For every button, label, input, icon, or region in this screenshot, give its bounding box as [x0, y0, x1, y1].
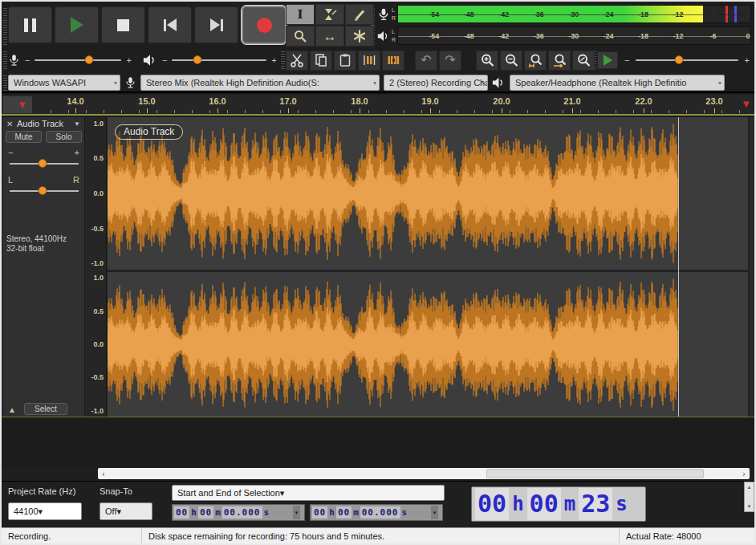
recording-volume-thumb[interactable] [85, 55, 94, 64]
toolbar-grip[interactable] [3, 75, 7, 91]
select-track-button[interactable]: Select [24, 403, 67, 415]
audio-position-display[interactable]: 00h00m23s [471, 486, 646, 522]
playback-speed-slider[interactable] [636, 59, 738, 61]
chevron-down-icon: ▾ [39, 506, 43, 517]
play-at-speed-button[interactable] [597, 51, 618, 69]
multi-tool-button[interactable] [345, 26, 374, 47]
gain-slider[interactable] [10, 163, 79, 165]
selection-start-field[interactable]: 00h00m00.000s [172, 504, 305, 521]
mute-button[interactable]: Mute [6, 131, 42, 143]
playback-speed-thumb[interactable] [674, 55, 683, 64]
spin-up-icon[interactable]: ▴ [748, 484, 751, 490]
scroll-left-icon[interactable]: ‹ [98, 470, 109, 478]
scrollbar-thumb[interactable] [486, 469, 703, 478]
skip-to-start-button[interactable] [148, 6, 192, 43]
gain-plus-label: + [75, 148, 79, 157]
playback-meter-bar[interactable]: -54-48-42-36-30-24-18-12-60 [397, 26, 751, 45]
meter-toolbar: L R -54-48-42-36-30-24-18-12-60 L R [377, 4, 751, 46]
draw-tool-button[interactable] [345, 4, 374, 25]
horizontal-scrollbar[interactable]: ‹ › [98, 468, 750, 479]
waveform-area[interactable]: Audio Track [108, 117, 748, 417]
recording-cursor [678, 117, 679, 417]
audacity-window: I ↔ [0, 0, 756, 545]
timeline-ruler[interactable]: ▼ 14.015.016.017.018.019.020.021.022.023… [2, 95, 754, 116]
toolbar-grip[interactable] [281, 51, 285, 69]
selection-end-field[interactable]: 00h00m00.000s [310, 504, 443, 521]
audio-position-spinner[interactable]: ▴ ▾ [744, 482, 754, 512]
playback-meter[interactable]: L R -54-48-42-36-30-24-18-12-60 [377, 26, 751, 46]
timeline-pin-right[interactable]: ▼ [741, 96, 751, 111]
zoom-out-button[interactable] [500, 51, 522, 71]
minus-label: − [162, 55, 167, 65]
track-name-label[interactable]: Audio Track [17, 119, 63, 128]
redo-button[interactable]: ↷ [439, 51, 461, 71]
copy-button[interactable] [310, 51, 332, 71]
recording-channels-value: 2 (Stereo) Recording Chann [389, 78, 488, 87]
zoom-tool-button[interactable] [286, 26, 315, 47]
close-track-icon[interactable]: ✕ [6, 120, 13, 128]
recording-meter-bar[interactable]: -54-48-42-36-30-24-18-12-60 [397, 5, 751, 23]
trim-audio-button[interactable] [358, 51, 380, 71]
spinner-icon[interactable]: ▾ [293, 506, 300, 519]
skip-to-end-icon [210, 18, 223, 31]
recording-device-value: Stereo Mix (Realtek High Definition Audi… [146, 78, 319, 87]
playback-volume-thumb[interactable] [193, 55, 202, 64]
track-bitdepth-label: 32-bit float [6, 244, 44, 253]
track-name-badge: Audio Track [115, 124, 183, 140]
recording-volume-slider[interactable] [35, 59, 121, 61]
record-button[interactable] [241, 5, 287, 45]
pan-slider[interactable] [10, 190, 79, 192]
recording-device-select[interactable]: Stereo Mix (Realtek High Definition Audi… [140, 75, 380, 91]
skip-to-end-button[interactable] [194, 6, 238, 43]
play-button[interactable] [55, 6, 99, 43]
zoom-toggle-button[interactable] [572, 51, 595, 71]
mixer-toolbar: − + − + [8, 50, 279, 71]
disk-space-message: Disk space remaining for recording: 75 h… [142, 528, 620, 543]
multi-tool-icon [352, 29, 367, 43]
zoom-in-icon [480, 53, 495, 68]
pan-thumb[interactable] [39, 186, 47, 195]
project-rate-select[interactable]: 44100 ▾ [8, 502, 82, 520]
selection-mode-select[interactable]: Start and End of Selection ▾ [172, 485, 445, 501]
audio-host-select[interactable]: Windows WASAPI ▾ [8, 75, 120, 91]
toolbar-grip[interactable] [3, 51, 7, 69]
selection-tool-button[interactable]: I [286, 4, 315, 25]
spin-down-icon[interactable]: ▾ [748, 503, 751, 510]
project-rate-value: 44100 [14, 506, 39, 516]
silence-audio-button[interactable] [382, 51, 404, 71]
paste-button[interactable] [334, 51, 356, 71]
timeshift-tool-button[interactable]: ↔ [315, 26, 344, 47]
collapse-track-icon[interactable]: ▲ [8, 405, 16, 414]
pause-icon [24, 18, 36, 32]
scrollbar-track[interactable] [109, 468, 738, 479]
track-menu-icon[interactable]: ▼ [74, 120, 80, 128]
gain-thumb[interactable] [39, 159, 47, 168]
envelope-tool-button[interactable] [315, 4, 344, 25]
gain-minus-label: − [8, 148, 13, 157]
solo-button[interactable]: Solo [46, 131, 82, 143]
recording-meter[interactable]: L R -54-48-42-36-30-24-18-12-60 [377, 4, 751, 24]
zoom-selection-button[interactable] [524, 51, 547, 71]
waveform-channel1[interactable] [108, 117, 748, 270]
zoom-fit-button[interactable] [548, 51, 571, 71]
undo-button[interactable]: ↶ [415, 51, 437, 71]
waveform-channel2[interactable] [108, 272, 748, 417]
pan-right-label: R [73, 175, 79, 185]
recording-channels-select[interactable]: 2 (Stereo) Recording Chann ▾ [384, 75, 488, 91]
playback-device-select[interactable]: Speaker/Headphone (Realtek High Definiti… [510, 75, 725, 91]
timeshift-tool-icon: ↔ [323, 30, 337, 43]
toolbar-grip[interactable] [3, 6, 7, 45]
pause-button[interactable] [8, 6, 52, 43]
scroll-right-icon[interactable]: › [738, 470, 750, 478]
speaker-icon [377, 29, 390, 43]
snap-to-select[interactable]: Off ▾ [100, 502, 152, 520]
stop-button[interactable] [101, 6, 145, 43]
timeline-minor-ticks [34, 110, 754, 113]
vertical-scrollbar[interactable] [749, 117, 754, 417]
cut-button[interactable] [286, 51, 308, 71]
playback-volume-slider[interactable] [172, 59, 266, 61]
spinner-icon[interactable]: ▾ [431, 506, 438, 519]
zoom-in-button[interactable] [476, 51, 498, 71]
timeline-pin-left[interactable]: ▼ [3, 96, 32, 113]
selection-toolbar: Project Rate (Hz) 44100 ▾ Snap-To Off ▾ … [2, 481, 754, 527]
